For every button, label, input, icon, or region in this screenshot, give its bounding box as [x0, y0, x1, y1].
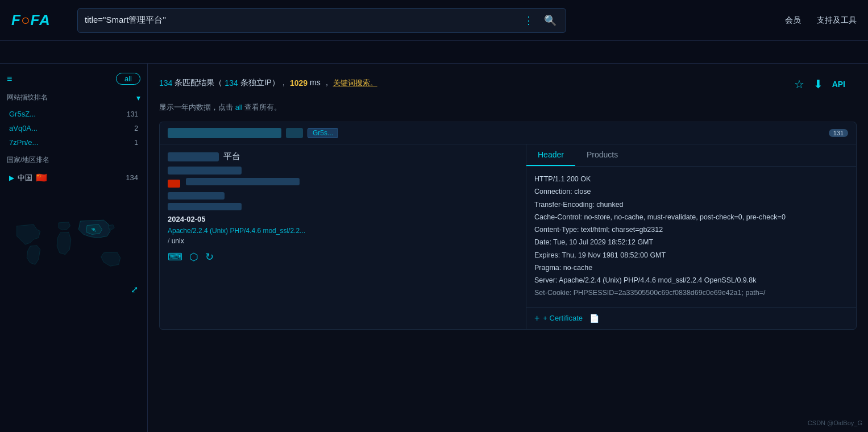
main-layout: ≡ all 网站指纹排名 ▾ Gr5sZ... 131 aVq0A... 2 7… — [0, 64, 868, 432]
expand-icon: ▶ — [9, 174, 14, 182]
country-count: 134 — [126, 173, 138, 182]
result-unique-ip: 134 — [225, 78, 238, 88]
card-title: 平台 — [168, 151, 518, 162]
card-top: Gr5s... 131 — [160, 122, 856, 144]
nav-links: 会员 支持及工具 — [785, 15, 857, 26]
tab-products[interactable]: Products — [575, 144, 629, 166]
country-flag: 🇨🇳 — [36, 172, 47, 183]
fingerprint-label-1: Gr5sZ... — [9, 110, 36, 118]
ip-blurred — [168, 128, 281, 138]
line1 — [168, 167, 518, 175]
path-info: / unix — [168, 237, 518, 245]
fingerprint-label-2: aVq0A... — [9, 124, 38, 132]
header-line-1: HTTP/1.1 200 OK — [534, 173, 848, 185]
card-body: 平台 2024-02-05 Ap — [160, 144, 856, 329]
fingerprint-section-title: 网站指纹排名 ▾ — [7, 93, 140, 102]
title-blurred — [168, 152, 219, 161]
results-actions: 134 条匹配结果（ 134 条独立IP）， 1029 ms ， 关键词搜索。 … — [159, 73, 857, 95]
top-right-actions: ☆ ⬇ API — [794, 73, 857, 95]
logo-text: F○FA — [11, 11, 51, 29]
certificate-icon: + — [534, 313, 539, 323]
result-total: 134 — [159, 78, 172, 88]
fingerprint-item-3[interactable]: 7zPn/e... 1 — [7, 135, 140, 149]
ip-row: Gr5s... — [168, 128, 338, 138]
fingerprint-item-2[interactable]: aVq0A... 2 — [7, 121, 140, 135]
nav-support[interactable]: 支持及工具 — [817, 15, 857, 26]
cert-doc-icon: 📄 — [589, 314, 599, 323]
nav-member[interactable]: 会员 — [785, 15, 801, 26]
card-date: 2024-02-05 — [168, 215, 518, 223]
result-card: Gr5s... 131 平台 — [159, 122, 857, 330]
result-time: 1029 — [290, 78, 308, 88]
header-line-5: Content-Type: text/html; charset=gb2312 — [534, 224, 848, 236]
header-line-9: Server: Apache/2.2.4 (Unix) PHP/4.4.6 mo… — [534, 275, 848, 286]
line3 — [168, 192, 518, 200]
fingerprint-count-1: 131 — [127, 110, 138, 118]
fingerprint-item-1[interactable]: Gr5sZ... 131 — [7, 107, 140, 121]
search-bar: ⋮ 🔍 — [77, 8, 566, 33]
download-icon[interactable]: ⬇ — [813, 77, 823, 91]
search-button[interactable]: 🔍 — [542, 12, 559, 29]
certificate-label: + Certificate — [543, 314, 583, 322]
tabs-row: Header Products — [526, 144, 856, 167]
header-line-6: Date: Tue, 10 Jul 2029 18:52:12 GMT — [534, 236, 848, 248]
sort-icon[interactable]: ▾ — [136, 93, 140, 102]
world-map: ⤢ — [7, 195, 140, 297]
fingerprint-list: Gr5sZ... 131 aVq0A... 2 7zPn/e... 1 — [7, 107, 140, 149]
watermark: CSDN @OidBoy_G — [808, 419, 862, 426]
code-icon[interactable]: ⌨ — [168, 251, 182, 263]
country-name: 中国 — [18, 173, 32, 183]
svg-point-1 — [95, 230, 96, 231]
result-label-1: 条匹配结果（ — [175, 78, 222, 88]
certificate-row[interactable]: + + Certificate 📄 — [526, 307, 856, 329]
header-line-7: Expires: Thu, 19 Nov 1981 08:52:00 GMT — [534, 250, 848, 261]
fingerprint-label-3: 7zPn/e... — [9, 138, 38, 147]
logo[interactable]: F○FA — [11, 11, 68, 29]
country-item-china[interactable]: ▶ 中国 🇨🇳 134 — [7, 169, 140, 186]
result-ms: ms ， — [310, 78, 331, 88]
all-badge[interactable]: all — [116, 73, 140, 85]
tab-header[interactable]: Header — [526, 144, 575, 166]
header-line-8: Pragma: no-cache — [534, 262, 848, 274]
svg-point-2 — [92, 228, 93, 229]
topbar: F○FA ⋮ 🔍 会员 支持及工具 — [0, 0, 868, 41]
result-label-2: 条独立IP）， — [240, 78, 288, 88]
filter-icon[interactable]: ≡ — [7, 74, 12, 84]
line4 — [168, 203, 518, 210]
header-line-10: Set-Cookie: PHPSESSID=2a33505500c69cf083… — [534, 287, 848, 299]
card-left: 平台 2024-02-05 Ap — [160, 144, 526, 329]
tag-badge[interactable]: Gr5s... — [308, 128, 338, 138]
port-blurred — [286, 128, 303, 138]
header-line-3: Transfer-Encoding: chunked — [534, 199, 848, 211]
more-options-icon[interactable]: ⋮ — [521, 12, 536, 29]
refresh-icon[interactable]: ↻ — [205, 251, 214, 263]
svg-point-0 — [92, 228, 95, 231]
all-link[interactable]: all — [235, 103, 243, 111]
card-actions: ⌨ ⬡ ↻ — [168, 251, 518, 263]
star-icon[interactable]: ☆ — [794, 77, 804, 91]
country-flag-icon — [168, 180, 180, 188]
flag-row — [168, 178, 518, 189]
server-info: Apache/2.2.4 (Unix) PHP/4.4.6 mod_ssl/2.… — [168, 227, 518, 235]
fingerprint-count-2: 2 — [134, 124, 138, 132]
map-expand-icon[interactable]: ⤢ — [131, 284, 138, 295]
content-area: 134 条匹配结果（ 134 条独立IP）， 1029 ms ， 关键词搜索。 … — [148, 64, 868, 432]
header-line-2: Connection: close — [534, 186, 848, 198]
results-sub: 显示一年内数据，点击 all 查看所有。 — [159, 102, 857, 113]
sidebar-header: ≡ all — [7, 73, 140, 85]
count-badge: 131 — [829, 129, 848, 137]
header-content: HTTP/1.1 200 OK Connection: close Transf… — [526, 167, 856, 307]
country-section-title: 国家/地区排名 — [7, 155, 140, 165]
search-icons: ⋮ 🔍 — [521, 12, 559, 29]
results-header: 134 条匹配结果（ 134 条独立IP）， 1029 ms ， 关键词搜索。 — [159, 78, 377, 88]
card-right: Header Products HTTP/1.1 200 OK Connecti… — [526, 144, 856, 329]
cube-icon[interactable]: ⬡ — [189, 251, 198, 263]
subnav — [0, 41, 868, 64]
sidebar: ≡ all 网站指纹排名 ▾ Gr5sZ... 131 aVq0A... 2 7… — [0, 64, 148, 432]
search-input[interactable] — [85, 15, 521, 25]
fingerprint-count-3: 1 — [134, 139, 138, 147]
keyword-search-link[interactable]: 关键词搜索。 — [333, 78, 377, 88]
header-line-4: Cache-Control: no-store, no-cache, must-… — [534, 211, 848, 223]
api-button[interactable]: API — [832, 80, 845, 89]
